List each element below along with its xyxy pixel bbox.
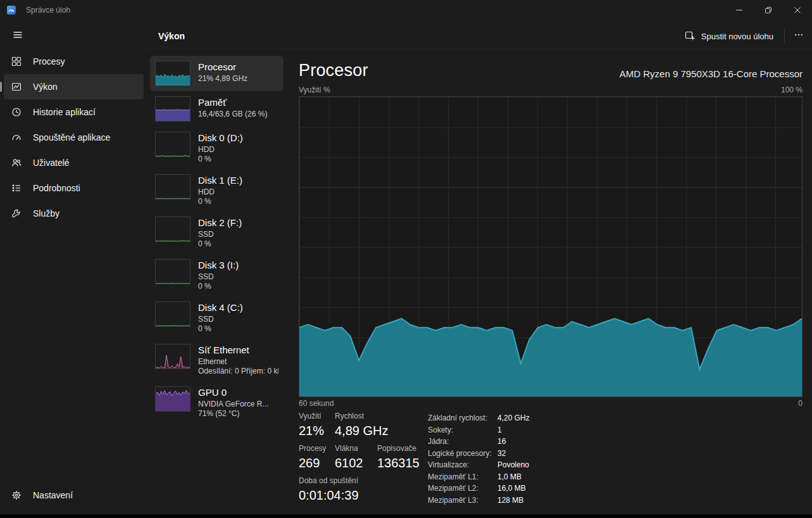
- chart-ymax-label: 100 %: [781, 85, 803, 94]
- perf-item-title: Disk 3 (I:): [198, 259, 278, 271]
- sidebar-item-procesy[interactable]: Procesy: [4, 49, 144, 74]
- spec-value: 16,0 MB: [497, 483, 530, 495]
- sidebar-item-uzivatele[interactable]: Uživatelé: [4, 150, 144, 175]
- perf-item-disk3[interactable]: Disk 3 (I:) SSD 0 %: [150, 254, 284, 296]
- content-header: Výkon Spustit novou úlohu: [147, 23, 812, 49]
- memory-mini-chart: [155, 96, 191, 122]
- perf-item-text: Procesor 21% 4,89 GHz: [198, 61, 278, 84]
- run-new-task-button[interactable]: Spustit novou úlohu: [677, 27, 781, 46]
- perf-item-text: Disk 4 (C:) SSD 0 %: [198, 301, 278, 334]
- perf-item-text: Disk 0 (D:) HDD 0 %: [198, 132, 278, 164]
- perf-item-line1: NVIDIA GeForce R...: [198, 400, 278, 409]
- ethernet-mini-chart: [155, 344, 191, 369]
- sidebar-item-label: Spouštěné aplikace: [33, 132, 110, 142]
- perf-item-line1: Ethernet: [198, 357, 278, 367]
- perf-item-text: Disk 3 (I:) SSD 0 %: [198, 259, 278, 291]
- performance-list: Procesor 21% 4,89 GHz Paměť 16,4/63,6 GB…: [150, 56, 284, 424]
- perf-item-text: Síť Ethernet Ethernet Odesílání: 0 Příje…: [198, 344, 278, 376]
- more-options-button[interactable]: [788, 27, 809, 46]
- spec-label: Základní rychlost:: [428, 412, 497, 424]
- run-new-task-label: Spustit novou úlohu: [701, 32, 773, 41]
- perf-item-disk4[interactable]: Disk 4 (C:) SSD 0 %: [150, 296, 284, 339]
- task-manager-window: Správce úloh: [0, 0, 812, 514]
- cpu-chart-svg: [299, 97, 802, 396]
- gear-icon: [11, 490, 23, 500]
- header-divider: [784, 29, 785, 43]
- sidebar-item-label: Podrobnosti: [33, 183, 80, 193]
- perf-item-line1: SSD: [198, 315, 278, 324]
- spec-label: Mezipaměť L1:: [428, 471, 497, 483]
- cpu-stats: Využití 21% Rychlost 4,89 GHz Procesy 26…: [299, 412, 425, 509]
- perf-item-disk1[interactable]: Disk 1 (E:) HDD 0 %: [150, 169, 284, 212]
- stat-threads: Vlákna 6102: [335, 444, 377, 476]
- sidebar-item-label: Nastavení: [33, 490, 73, 500]
- users-icon: [11, 158, 23, 168]
- maximize-restore-button[interactable]: [754, 0, 783, 20]
- perf-item-gpu[interactable]: GPU 0 NVIDIA GeForce R... 71% (52 °C): [150, 381, 284, 424]
- sidebar-item-vykon[interactable]: Výkon: [4, 74, 144, 99]
- chart-xright-label: 0: [798, 399, 803, 408]
- stat-uptime: Doba od spuštění 0:01:04:39: [299, 476, 425, 509]
- processes-icon: [11, 56, 23, 66]
- perf-item-title: Disk 2 (F:): [198, 217, 278, 229]
- perf-item-ethernet[interactable]: Síť Ethernet Ethernet Odesílání: 0 Příje…: [150, 339, 284, 381]
- perf-item-line1: HDD: [198, 187, 278, 197]
- disk0-mini-chart: [155, 132, 191, 157]
- chart-top-axis: Využití % 100 %: [299, 85, 803, 94]
- performance-icon: [11, 82, 23, 92]
- new-task-icon: [685, 30, 695, 42]
- perf-item-line1: SSD: [198, 272, 278, 282]
- spec-label: Logické procesory:: [428, 448, 497, 460]
- minimize-button[interactable]: [725, 0, 754, 20]
- cpu-model-name: AMD Ryzen 9 7950X3D 16-Core Processor: [620, 68, 803, 79]
- sidebar-item-nastaveni[interactable]: Nastavení: [4, 483, 144, 508]
- disk2-mini-chart: [155, 217, 191, 242]
- services-icon: [11, 208, 23, 218]
- spec-value: 32: [497, 448, 530, 460]
- startup-apps-icon: [11, 132, 23, 142]
- perf-item-disk0[interactable]: Disk 0 (D:) HDD 0 %: [150, 127, 284, 169]
- stat-utilization: Využití 21%: [299, 412, 335, 444]
- perf-item-text: Paměť 16,4/63,6 GB (26 %): [198, 96, 278, 119]
- perf-item-title: Síť Ethernet: [198, 344, 278, 356]
- perf-item-text: GPU 0 NVIDIA GeForce R... 71% (52 °C): [198, 386, 278, 419]
- spec-value: 16: [497, 436, 530, 448]
- stat-processes: Procesy 269: [299, 444, 335, 476]
- perf-item-line2: 0 %: [198, 197, 278, 206]
- perf-item-title: Paměť: [198, 96, 278, 108]
- chart-bottom-axis: 60 sekund 0: [299, 399, 803, 408]
- titlebar: Správce úloh: [0, 0, 812, 20]
- sidebar-item-historie-aplikaci[interactable]: Historie aplikací: [4, 99, 144, 125]
- perf-item-disk2[interactable]: Disk 2 (F:) SSD 0 %: [150, 212, 284, 254]
- sidebar-item-podrobnosti[interactable]: Podrobnosti: [4, 175, 144, 201]
- sidebar-item-spoustene-aplikace[interactable]: Spouštěné aplikace: [4, 125, 144, 150]
- chart-xspan-label: 60 sekund: [299, 399, 334, 408]
- chart-ylabel: Využití %: [299, 85, 330, 94]
- header-actions: Spustit novou úlohu: [677, 23, 809, 49]
- perf-item-title: Procesor: [198, 61, 278, 73]
- sidebar-item-label: Procesy: [33, 56, 65, 66]
- sidebar-item-label: Uživatelé: [33, 158, 70, 168]
- spec-label: Mezipaměť L2:: [428, 483, 497, 495]
- sidebar-item-sluzby[interactable]: Služby: [4, 201, 144, 226]
- sidebar-item-label: Historie aplikací: [33, 107, 96, 117]
- perf-item-memory[interactable]: Paměť 16,4/63,6 GB (26 %): [150, 91, 284, 127]
- window-controls: [725, 0, 812, 20]
- spec-value: 1: [497, 424, 530, 436]
- perf-item-line2: 0 %: [198, 324, 278, 334]
- perf-item-line2: 71% (52 °C): [198, 409, 278, 419]
- stat-speed: Rychlost 4,89 GHz: [335, 412, 425, 444]
- spec-value: 1,0 MB: [497, 471, 530, 483]
- gpu-mini-chart: [155, 386, 191, 412]
- perf-item-title: Disk 4 (C:): [198, 301, 278, 313]
- perf-item-line1: 21% 4,89 GHz: [198, 74, 278, 84]
- hamburger-menu-button[interactable]: [4, 25, 32, 47]
- perf-item-line2: Odesílání: 0 Příjem: 0 kb/s: [198, 367, 278, 376]
- cpu-mini-chart: [155, 61, 191, 86]
- sidebar-item-label: Výkon: [33, 82, 58, 92]
- perf-item-cpu[interactable]: Procesor 21% 4,89 GHz: [150, 56, 284, 91]
- perf-item-line1: HDD: [198, 145, 278, 155]
- sidebar-item-label: Služby: [33, 208, 59, 218]
- ellipsis-icon: [794, 30, 803, 42]
- close-button[interactable]: [783, 0, 812, 20]
